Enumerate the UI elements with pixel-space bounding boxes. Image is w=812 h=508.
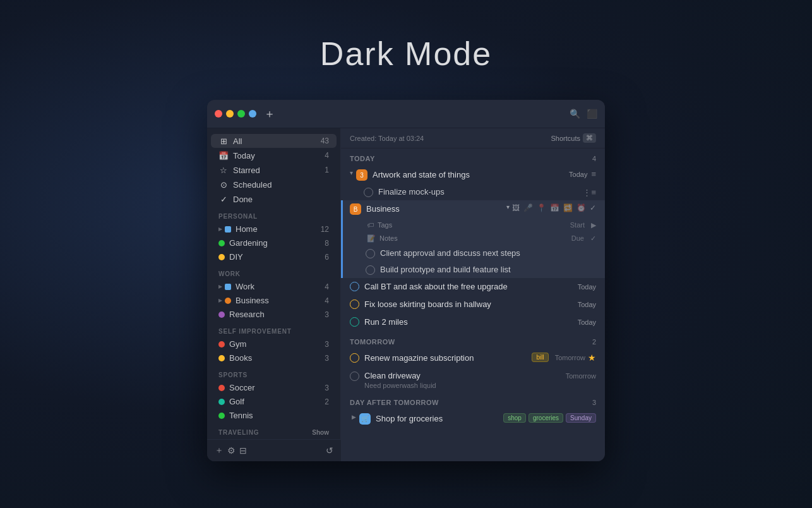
task-shop-groceries[interactable]: ▶ 🛒 Shop for groceries shop groceries Su… (341, 410, 605, 428)
today-title: TODAY (350, 155, 375, 162)
call-bt-circle[interactable] (350, 282, 359, 291)
tag-icon: 🏷 (367, 221, 374, 229)
img-icon[interactable]: 🖼 (512, 203, 520, 212)
minimize-button[interactable] (226, 110, 234, 118)
mic-icon[interactable]: 🎤 (523, 203, 533, 212)
close-button[interactable] (215, 110, 222, 118)
sidebar-count-all: 43 (319, 136, 329, 145)
sidebar-item-books[interactable]: Books 3 (211, 351, 337, 365)
sidebar-item-soccer[interactable]: Soccer 3 (211, 381, 337, 394)
sidebar-item-gardening[interactable]: Gardening 8 (211, 236, 337, 250)
sidebar-count-gardening: 8 (319, 239, 329, 248)
task-client-approval[interactable]: Client approval and discuss next steps (343, 245, 605, 262)
renew-star-icon[interactable]: ★ (588, 353, 596, 363)
tomorrow-title: TOMORROW (350, 338, 395, 346)
sidebar-item-starred[interactable]: ☆ Starred 1 (211, 163, 337, 177)
clean-date: Tomorrow (566, 372, 596, 380)
run-date: Today (578, 318, 596, 326)
settings-button[interactable]: ⚙ (227, 445, 236, 456)
start-play-icon[interactable]: ▶ (591, 221, 596, 229)
sidebar-item-done[interactable]: ✓ Done (211, 192, 337, 206)
notes-row: 📝 Notes Due ✓ (343, 232, 605, 245)
sidebar-item-today[interactable]: 📅 Today 4 (211, 148, 337, 162)
all-icon: ⊞ (218, 136, 229, 146)
collapse-work: ▶ (218, 284, 222, 289)
section-personal: PERSONAL (207, 207, 340, 222)
finalize-menu-icon[interactable]: ⋮≡ (583, 188, 596, 197)
task-finalize[interactable]: Finalize mock-ups ⋮≡ (341, 184, 605, 200)
fix-loose-circle[interactable] (350, 299, 359, 309)
task-renew-mag[interactable]: Renew magazine subscription bill Tomorro… (341, 349, 605, 367)
sidebar-count-gym: 3 (319, 340, 329, 349)
due-check-icon[interactable]: ✓ (590, 234, 596, 243)
sidebar-item-work[interactable]: ▶ Work 4 (211, 280, 337, 293)
sidebar-item-research[interactable]: Research 3 (211, 308, 337, 321)
location-icon[interactable]: 📍 (537, 203, 546, 212)
section-sports: SPORTS (207, 365, 340, 380)
golf-color (218, 399, 225, 405)
renew-badges: bill Tomorrow ★ (532, 353, 596, 363)
shop-badge: shop (503, 413, 526, 423)
sidebar-label-diy: DIY (229, 252, 319, 262)
content-header: Created: Today at 03:24 Shortcuts ⌘ (341, 128, 605, 148)
sidebar-item-gym[interactable]: Gym 3 (211, 337, 337, 351)
sidebar-item-home[interactable]: ▶ Home 12 (211, 222, 337, 236)
task-run-miles[interactable]: Run 2 miles Today (341, 313, 605, 331)
task-business[interactable]: B Business ▾ 🖼 🎤 📍 📅 🔁 ⏰ ✓ (343, 200, 605, 218)
sidebar-item-all[interactable]: ⊞ All 43 (211, 134, 337, 148)
sidebar-item-business[interactable]: ▶ Business 4 (211, 294, 337, 307)
tomorrow-count: 2 (592, 338, 596, 346)
repeat-icon[interactable]: 🔁 (563, 203, 573, 212)
maximize-button[interactable] (237, 110, 245, 118)
extra-button[interactable] (249, 110, 256, 118)
section-traveling: TRAVELING Show (207, 423, 340, 438)
sidebar-item-golf[interactable]: Golf 2 (211, 395, 337, 408)
sidebar-footer: ＋ ⚙ ⊟ ↺ (207, 439, 341, 461)
bill-badge: bill (532, 353, 548, 362)
task-call-bt[interactable]: Call BT and ask about the free upgrade T… (341, 278, 605, 296)
sidebar-label-work: Work (236, 282, 319, 291)
finalize-text: Finalize mock-ups (378, 186, 583, 198)
artwork-group-icon: 3 (356, 169, 367, 181)
add-task-button[interactable]: ＋ (264, 106, 275, 121)
add-list-button[interactable]: ＋ (215, 445, 224, 456)
work-color (225, 284, 231, 290)
section-work: WORK (207, 264, 340, 279)
research-color (218, 311, 225, 318)
collapse-home: ▶ (218, 226, 222, 232)
client-text: Client approval and discuss next steps (380, 248, 596, 259)
run-circle[interactable] (350, 317, 359, 327)
created-label: Created: Today at 03:24 (350, 135, 424, 142)
sidebar-count-home: 12 (319, 225, 329, 234)
sidebar-item-diy[interactable]: DIY 6 (211, 250, 337, 263)
sidebar-toggle-button[interactable]: ↺ (326, 445, 333, 456)
sidebar-item-tennis[interactable]: Tennis (211, 409, 337, 422)
tennis-color (218, 413, 225, 419)
task-build-prototype[interactable]: Build prototype and build feature list (343, 262, 605, 278)
gardening-color (218, 240, 225, 246)
layout-icon[interactable]: ⬛ (587, 109, 597, 119)
alarm-icon[interactable]: ⏰ (576, 203, 586, 212)
task-clean-driveway[interactable]: Clean driveway Tomorrow Need powerwash l… (341, 367, 605, 392)
task-fix-loose[interactable]: Fix loose skirting boards in hallway Tod… (341, 296, 605, 313)
sidebar-label-golf: Golf (229, 397, 319, 406)
clean-circle[interactable] (350, 372, 359, 381)
traveling-show[interactable]: Show (312, 429, 329, 436)
client-circle[interactable] (366, 249, 375, 258)
traveling-label: TRAVELING (218, 429, 259, 436)
title-bar: ＋ 🔍 ⬛ (207, 100, 605, 128)
section-self: SELF IMPROVEMENT (207, 322, 340, 337)
task-artwork[interactable]: ▾ 3 Artwork and state of things Today ≡ (341, 166, 605, 184)
sidebar-count-business: 4 (319, 296, 329, 305)
search-icon[interactable]: 🔍 (570, 109, 580, 119)
renew-circle[interactable] (350, 353, 359, 363)
finalize-circle[interactable] (364, 188, 373, 197)
calendar2-icon[interactable]: 📅 (550, 203, 559, 212)
sidebar-item-scheduled[interactable]: ⊙ Scheduled (211, 178, 337, 191)
artwork-menu-icon[interactable]: ≡ (591, 169, 596, 179)
prototype-circle[interactable] (366, 265, 375, 275)
sidebar-layout-button[interactable]: ⊟ (239, 445, 247, 456)
page-title: Dark Mode (320, 35, 492, 73)
sidebar-count-today: 4 (319, 151, 329, 160)
done2-icon[interactable]: ✓ (590, 203, 596, 212)
